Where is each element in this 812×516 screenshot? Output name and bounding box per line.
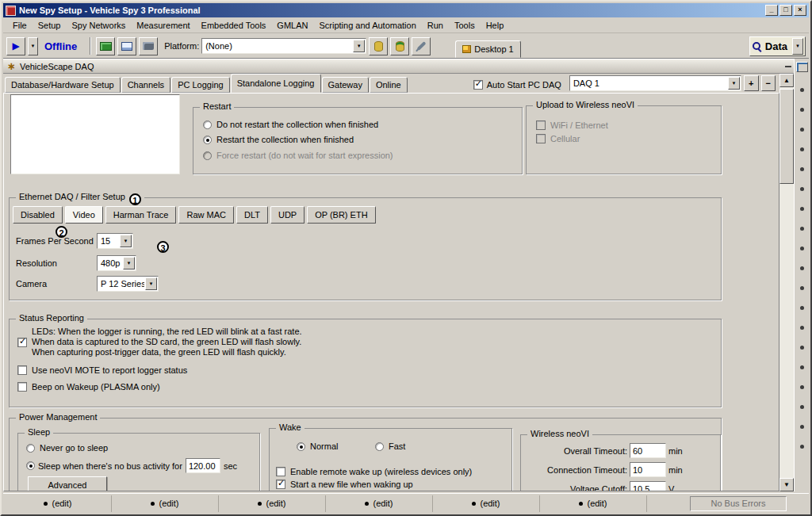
voltage-cutoff-field[interactable]: 10.5 [630,481,666,491]
bullet-icon [365,502,369,506]
maximize-button[interactable]: □ [779,5,792,16]
power-management-group: Power Management Sleep Never go to sleep… [9,418,722,491]
monitor-button[interactable] [117,37,136,55]
tab-pc-logging[interactable]: PC Logging [171,77,230,93]
no-restart-radio[interactable] [203,120,212,129]
resolution-select[interactable]: 480p ▼ [97,255,136,271]
edit-label[interactable]: (edit) [480,499,500,508]
dock-slot-dot [800,445,804,449]
edit-label[interactable]: (edit) [159,499,178,508]
daq-dropdown-button[interactable]: ▼ [728,77,740,90]
camera-select[interactable]: P 12 Series ▼ [97,276,159,292]
status-edit-slot-4[interactable]: (edit) [326,495,433,512]
never-sleep-radio[interactable] [26,444,35,453]
status-edit-slot-5[interactable]: (edit) [433,495,540,512]
collection-listbox[interactable] [10,94,180,174]
bullet-icon [44,502,48,506]
tab-database-hardware-setup[interactable]: Database/Hardware Setup [5,77,121,93]
filter-tab-raw-mac[interactable]: Raw MAC [178,206,234,224]
desktop-1-tab[interactable]: Desktop 1 [455,40,521,58]
led-status-checkbox[interactable] [17,338,27,347]
wake-fast-radio[interactable] [375,442,384,451]
dock-window-icon[interactable] [796,62,808,72]
data-button[interactable]: Data ▼ [749,36,806,56]
menu-run[interactable]: Run [422,18,449,32]
tab-online[interactable]: Online [370,77,408,93]
scroll-up-button[interactable]: ▲ [779,74,794,87]
connection-timeout-field[interactable]: 10 [630,462,666,477]
auto-start-pc-daq-checkbox[interactable] [473,80,483,90]
close-button[interactable]: × [794,5,806,16]
resolution-dropdown-button[interactable]: ▼ [123,257,135,269]
filter-tab-disabled[interactable]: Disabled [13,206,63,224]
status-edit-slot-3[interactable]: (edit) [219,495,326,512]
menu-help[interactable]: Help [481,18,510,32]
panel-collapse-icon[interactable] [785,66,791,67]
menu-file[interactable]: File [7,18,33,32]
tab-standalone-logging[interactable]: Standalone Logging [231,74,321,93]
menu-setup[interactable]: Setup [33,18,67,32]
status-edit-slot-2[interactable]: (edit) [112,495,219,512]
run-options-dropdown[interactable]: ▼ [28,37,38,55]
status-edit-slot-1[interactable]: (edit) [5,495,112,512]
add-daq-button[interactable]: + [744,75,758,91]
dock-strip [794,59,809,491]
platform-dropdown-button[interactable]: ▼ [353,40,365,52]
scrollbar-thumb[interactable] [779,89,794,184]
overall-timeout-field[interactable]: 60 [630,443,666,458]
edit-label[interactable]: (edit) [373,499,393,508]
database-button[interactable] [369,37,388,55]
data-dropdown-button[interactable]: ▼ [792,38,803,55]
fps-dropdown-button[interactable]: ▼ [120,235,132,247]
remote-wakeup-checkbox[interactable] [276,467,285,476]
neovi-hardware-button[interactable] [96,37,115,55]
fps-select[interactable]: 15 ▼ [97,233,133,249]
platform-select[interactable]: (None) ▼ [201,38,366,54]
remove-daq-button[interactable]: − [761,75,776,91]
database-merge-button[interactable] [390,37,409,55]
camera-dropdown-button[interactable]: ▼ [145,277,157,290]
edit-label[interactable]: (edit) [587,499,607,508]
filter-tab-op-br-eth[interactable]: OP (BR) ETH [307,206,375,224]
wake-normal-radio[interactable] [297,442,305,451]
scroll-down-button[interactable]: ▼ [779,478,794,491]
menu-gmlan[interactable]: GMLAN [271,18,313,32]
restart-when-finished-radio[interactable] [203,136,212,144]
hardware-chip-icon [100,42,112,51]
minimize-button[interactable]: _ [765,5,778,16]
vertical-scrollbar[interactable]: ▲ ▼ [779,74,794,491]
menu-scripting-automation[interactable]: Scripting and Automation [313,18,421,32]
menu-tools[interactable]: Tools [449,18,481,32]
dock-slot-dot [800,425,804,429]
filter-tab-video[interactable]: Video [65,206,103,224]
menu-measurement[interactable]: Measurement [131,18,195,32]
filter-tab-udp[interactable]: UDP [270,206,304,224]
advanced-button[interactable]: Advanced [28,476,107,491]
sleep-after-label: Sleep when there's no bus activity for [38,461,182,471]
filter-tab-harman-trace[interactable]: Harman Trace [105,206,177,224]
force-restart-label: Force restart (do not wait for start exp… [216,151,393,160]
voltage-cutoff-unit: V [668,484,674,492]
tab-channels[interactable]: Channels [121,77,170,93]
neovi-mote-checkbox[interactable] [17,365,27,375]
search-icon [752,41,762,52]
tab-gateway[interactable]: Gateway [322,77,369,93]
edit-label[interactable]: (edit) [52,499,71,508]
menu-embedded-tools[interactable]: Embedded Tools [196,18,272,32]
capture-button[interactable] [139,37,158,55]
menu-spy-networks[interactable]: Spy Networks [66,18,131,32]
ethernet-daq-title-text: Ethernet DAQ / Filter Setup [19,192,125,201]
run-button[interactable]: ▶ [6,37,25,55]
new-file-on-wake-checkbox[interactable] [276,480,285,489]
play-icon: ▶ [12,41,19,51]
edit-label[interactable]: (edit) [266,499,285,508]
resolution-value: 480p [98,258,122,268]
options-button[interactable] [412,37,431,55]
sleep-after-radio[interactable] [26,461,35,470]
status-edit-slot-6[interactable]: (edit) [540,495,647,512]
camera-icon [143,42,154,50]
sleep-timeout-field[interactable]: 120.00 [186,458,220,473]
filter-tab-dlt[interactable]: DLT [236,206,268,224]
daq-select[interactable]: DAQ 1 ▼ [569,75,741,91]
beep-on-wakeup-checkbox[interactable] [17,382,27,392]
